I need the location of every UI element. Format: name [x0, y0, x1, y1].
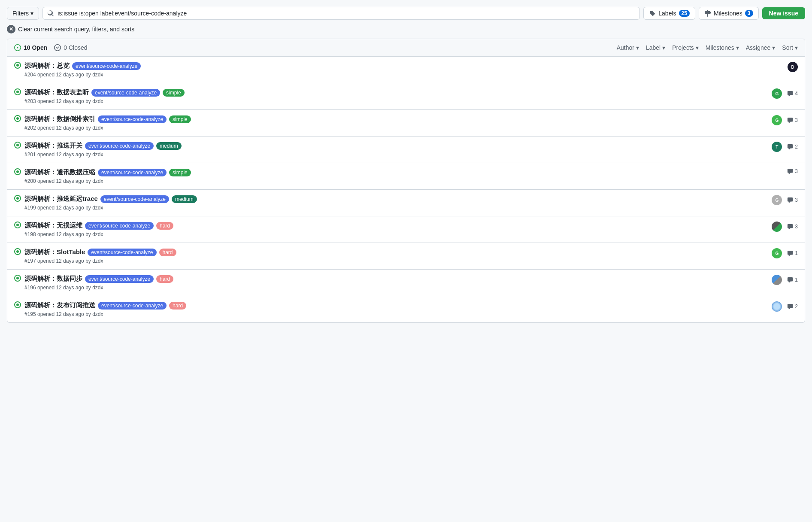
clear-button[interactable]: ✕ [7, 25, 15, 33]
search-input[interactable] [58, 10, 635, 17]
author-chevron-icon: ▾ [636, 44, 639, 51]
milestones-filter[interactable]: Milestones ▾ [706, 44, 739, 51]
comment-count[interactable]: 3 [787, 224, 798, 230]
comment-count[interactable]: 1 [787, 250, 798, 256]
labels-button[interactable]: Labels 25 [643, 7, 695, 20]
issue-title[interactable]: 源码解析：发布订阅推送 [24, 301, 95, 310]
comment-count[interactable]: 4 [787, 91, 798, 97]
open-count[interactable]: 10 Open [14, 44, 47, 51]
issue-row: 源码解析：数据同步 event/source-code-analyzehard … [7, 270, 805, 296]
issue-content: 源码解析：总览 event/source-code-analyze #204 o… [24, 62, 784, 78]
issue-meta: #203 opened 12 days ago by dzdx [24, 98, 768, 104]
issue-row: 源码解析：SlotTable event/source-code-analyze… [7, 243, 805, 270]
issue-content: 源码解析：数据倒排索引 event/source-code-analyzesim… [24, 115, 768, 131]
issue-label[interactable]: hard [156, 275, 173, 283]
issue-title[interactable]: 源码解析：推送开关 [24, 142, 82, 150]
assignee-avatar: G [772, 115, 782, 125]
issue-right: G 4 [772, 88, 798, 99]
issue-row: 源码解析：通讯数据压缩 event/source-code-analyzesim… [7, 163, 805, 190]
issue-title[interactable]: 源码解析：无损运维 [24, 222, 82, 230]
issue-label[interactable]: event/source-code-analyze [91, 89, 160, 97]
issue-title[interactable]: 源码解析：推送延迟trace [24, 195, 98, 203]
issue-label[interactable]: event/source-code-analyze [85, 222, 154, 230]
issue-title[interactable]: 源码解析：数据表监听 [24, 88, 89, 97]
issue-label[interactable]: hard [159, 249, 176, 256]
issue-row: 源码解析：总览 event/source-code-analyze #204 o… [7, 57, 805, 83]
issue-label[interactable]: hard [169, 302, 186, 310]
comment-count[interactable]: 3 [787, 168, 798, 174]
search-icon [47, 10, 54, 17]
issue-label[interactable]: simple [169, 169, 191, 176]
comment-icon [787, 303, 793, 310]
issue-label[interactable]: event/source-code-analyze [98, 169, 167, 176]
issue-label[interactable]: medium [156, 142, 182, 150]
assignee-avatar: G [772, 195, 782, 205]
sort-filter[interactable]: Sort ▾ [782, 44, 798, 51]
open-issue-dot-icon [14, 142, 21, 149]
comment-count[interactable]: 1 [787, 277, 798, 283]
comment-count[interactable]: 3 [787, 197, 798, 203]
issue-label[interactable]: event/source-code-analyze [100, 195, 169, 203]
issue-label[interactable]: hard [156, 222, 173, 230]
issue-label[interactable]: event/source-code-analyze [85, 142, 154, 150]
comment-count[interactable]: 2 [787, 144, 798, 150]
issue-title-row: 源码解析：推送延迟trace event/source-code-analyze… [24, 195, 768, 203]
issue-content: 源码解析：通讯数据压缩 event/source-code-analyzesim… [24, 168, 784, 184]
issue-label[interactable]: event/source-code-analyze [85, 275, 154, 283]
issue-meta: #197 opened 12 days ago by dzdx [24, 258, 768, 264]
comment-icon [787, 224, 793, 230]
author-filter[interactable]: Author ▾ [617, 44, 639, 51]
open-count-label: 10 Open [24, 44, 47, 51]
open-issue-dot-icon [14, 168, 21, 175]
issues-header-left: 10 Open 0 Closed [14, 44, 610, 51]
filters-chevron-icon: ▾ [30, 10, 33, 17]
milestones-button[interactable]: Milestones 3 [699, 7, 759, 20]
closed-count-label: 0 Closed [64, 44, 87, 51]
search-box [42, 7, 640, 20]
issue-label[interactable]: simple [169, 115, 191, 123]
open-issue-dot-icon [14, 248, 21, 255]
issue-title[interactable]: 源码解析：数据同步 [24, 275, 82, 283]
closed-count[interactable]: 0 Closed [54, 44, 87, 51]
issue-label[interactable]: medium [172, 195, 197, 203]
comment-count[interactable]: 2 [787, 303, 798, 310]
issue-title[interactable]: 源码解析：总览 [24, 62, 70, 70]
issue-title-row: 源码解析：SlotTable event/source-code-analyze… [24, 248, 768, 256]
assignee-chevron-icon: ▾ [772, 44, 775, 51]
comment-count[interactable]: 3 [787, 117, 798, 123]
comment-icon [787, 250, 793, 256]
open-issue-dot-icon [14, 62, 21, 69]
issue-meta: #195 opened 12 days ago by dzdx [24, 311, 768, 317]
issues-container: 10 Open 0 Closed Author ▾ Label ▾ Projec… [7, 39, 805, 323]
issue-right: G 3 [772, 115, 798, 125]
issue-label[interactable]: simple [163, 89, 185, 97]
issue-label[interactable]: event/source-code-analyze [72, 62, 141, 70]
label-filter[interactable]: Label ▾ [646, 44, 665, 51]
issue-right: 1 [772, 275, 798, 285]
projects-filter[interactable]: Projects ▾ [672, 44, 699, 51]
issue-row: 源码解析：数据表监听 event/source-code-analyzesimp… [7, 83, 805, 110]
new-issue-button[interactable]: New issue [762, 7, 805, 19]
issue-row: 源码解析：推送延迟trace event/source-code-analyze… [7, 190, 805, 216]
issue-content: 源码解析：发布订阅推送 event/source-code-analyzehar… [24, 301, 768, 317]
issue-label[interactable]: event/source-code-analyze [88, 249, 156, 256]
comment-icon [787, 144, 793, 150]
open-issue-dot-icon [14, 301, 21, 308]
issue-content: 源码解析：数据表监听 event/source-code-analyzesimp… [24, 88, 768, 104]
issue-meta: #196 opened 12 days ago by dzdx [24, 285, 768, 291]
issue-label[interactable]: event/source-code-analyze [98, 115, 167, 123]
issues-header: 10 Open 0 Closed Author ▾ Label ▾ Projec… [7, 39, 805, 57]
issue-right: 2 [772, 301, 798, 312]
assignee-filter[interactable]: Assignee ▾ [746, 44, 776, 51]
issue-content: 源码解析：推送延迟trace event/source-code-analyze… [24, 195, 768, 211]
issue-right: D [788, 62, 798, 72]
issue-title[interactable]: 源码解析：SlotTable [24, 248, 85, 256]
assignee-avatar [772, 222, 782, 232]
issue-title-row: 源码解析：数据同步 event/source-code-analyzehard [24, 275, 768, 283]
assignee-avatar: G [772, 248, 782, 258]
issue-title[interactable]: 源码解析：通讯数据压缩 [24, 168, 95, 176]
issue-label[interactable]: event/source-code-analyze [98, 302, 167, 310]
filters-button[interactable]: Filters ▾ [7, 7, 39, 20]
clear-row: ✕ Clear current search query, filters, a… [7, 25, 805, 33]
issue-title[interactable]: 源码解析：数据倒排索引 [24, 115, 95, 123]
